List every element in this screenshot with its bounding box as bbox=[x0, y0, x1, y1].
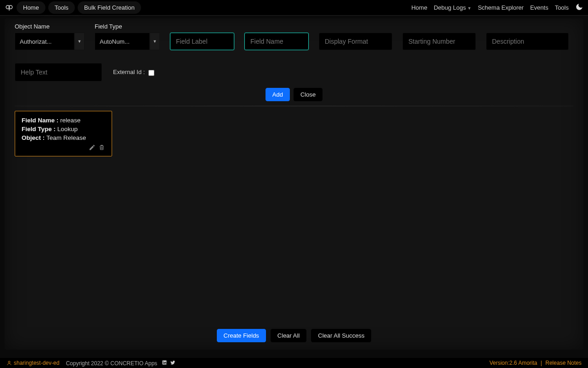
external-id-label: External Id : bbox=[113, 69, 145, 75]
field-name-input[interactable] bbox=[244, 33, 309, 50]
field-type-select[interactable]: AutoNum... ▼ bbox=[95, 33, 160, 50]
edit-icon[interactable] bbox=[89, 144, 96, 152]
breadcrumb-tools[interactable]: Tools bbox=[48, 1, 75, 14]
starting-number-input[interactable] bbox=[402, 33, 476, 50]
form-row-2: External Id : bbox=[15, 63, 573, 81]
card-field-type-label: Field Type : bbox=[22, 126, 57, 132]
description-input[interactable] bbox=[486, 33, 569, 50]
footer-left: sharingtest-dev-ed Copyright 2022 © CONC… bbox=[6, 360, 175, 367]
org-name: sharingtest-dev-ed bbox=[14, 360, 59, 366]
card-actions bbox=[22, 144, 105, 152]
form-row-1: Object Name Authorizat... ▼ Field Type A… bbox=[15, 23, 573, 50]
object-name-select[interactable]: Authorizat... ▼ bbox=[15, 33, 85, 50]
create-fields-button[interactable]: Create Fields bbox=[217, 329, 266, 342]
nav-tools[interactable]: Tools bbox=[555, 4, 569, 11]
display-format-input[interactable] bbox=[319, 33, 392, 50]
card-object-label: Object : bbox=[22, 134, 46, 141]
copyright-text: Copyright 2022 © CONCRETIO Apps bbox=[66, 360, 157, 367]
card-field-type-value: Lookup bbox=[57, 126, 78, 132]
field-type-group: Field Type AutoNum... ▼ bbox=[95, 23, 160, 50]
object-name-label: Object Name bbox=[15, 23, 85, 30]
card-field-name-label: Field Name : bbox=[22, 117, 60, 124]
svg-rect-4 bbox=[163, 362, 164, 364]
top-nav: Home Debug Logs▼ Schema Explorer Events … bbox=[411, 3, 583, 13]
close-button[interactable]: Close bbox=[294, 88, 322, 101]
chevron-down-icon[interactable]: ▼ bbox=[150, 33, 160, 50]
card-object-value: Team Release bbox=[46, 134, 86, 141]
nav-debug-logs[interactable]: Debug Logs▼ bbox=[434, 4, 471, 11]
top-bar: Home Tools Bulk Field Creation Home Debu… bbox=[0, 0, 588, 16]
card-field-type: Field Type : Lookup bbox=[22, 126, 105, 132]
linkedin-icon[interactable] bbox=[162, 360, 167, 367]
chevron-down-icon[interactable]: ▼ bbox=[74, 33, 85, 50]
field-card: Field Name : release Field Type : Lookup… bbox=[15, 111, 112, 156]
nav-events[interactable]: Events bbox=[530, 4, 548, 11]
nav-home[interactable]: Home bbox=[411, 4, 427, 11]
main-panel: Object Name Authorizat... ▼ Field Type A… bbox=[5, 18, 583, 350]
cards-area: Field Name : release Field Type : Lookup… bbox=[15, 111, 573, 156]
external-id-group: External Id : bbox=[113, 69, 154, 75]
app-logo-icon[interactable] bbox=[5, 3, 14, 12]
field-label-input[interactable] bbox=[170, 33, 234, 50]
bottom-buttons: Create Fields Clear All Clear All Succes… bbox=[5, 329, 583, 342]
clear-all-success-button[interactable]: Clear All Success bbox=[311, 329, 371, 342]
field-type-label: Field Type bbox=[95, 23, 160, 30]
org-link[interactable]: sharingtest-dev-ed bbox=[6, 360, 59, 366]
social-icons bbox=[162, 360, 175, 367]
divider bbox=[15, 106, 573, 106]
breadcrumb: Home Tools Bulk Field Creation bbox=[5, 1, 141, 14]
card-field-name: Field Name : release bbox=[22, 117, 105, 124]
footer-right: Version:2.6 Amorita | Release Notes bbox=[489, 360, 582, 366]
chevron-down-icon: ▼ bbox=[467, 6, 471, 11]
svg-point-5 bbox=[163, 361, 164, 361]
breadcrumb-home[interactable]: Home bbox=[17, 1, 45, 14]
card-field-name-value: release bbox=[60, 117, 80, 124]
object-name-group: Object Name Authorizat... ▼ bbox=[15, 23, 85, 50]
release-notes-link[interactable]: Release Notes bbox=[545, 360, 582, 366]
mid-buttons: Add Close bbox=[15, 88, 573, 101]
nav-schema-explorer[interactable]: Schema Explorer bbox=[478, 4, 524, 11]
clear-all-button[interactable]: Clear All bbox=[271, 329, 306, 342]
footer: sharingtest-dev-ed Copyright 2022 © CONC… bbox=[0, 358, 588, 368]
field-type-value: AutoNum... bbox=[95, 33, 150, 50]
copyright: Copyright 2022 © CONCRETIO Apps bbox=[66, 360, 175, 367]
add-button[interactable]: Add bbox=[266, 88, 290, 101]
breadcrumb-bulk-field-creation[interactable]: Bulk Field Creation bbox=[78, 1, 141, 14]
version-text: Version:2.6 Amorita bbox=[489, 360, 537, 366]
object-name-value: Authorizat... bbox=[15, 33, 74, 50]
dark-mode-toggle-icon[interactable] bbox=[575, 3, 583, 13]
nav-debug-logs-label: Debug Logs bbox=[434, 4, 466, 11]
card-object: Object : Team Release bbox=[22, 134, 105, 141]
svg-point-2 bbox=[8, 361, 10, 363]
delete-icon[interactable] bbox=[98, 144, 105, 152]
help-text-input[interactable] bbox=[15, 63, 102, 81]
external-id-checkbox[interactable] bbox=[148, 70, 154, 76]
twitter-icon[interactable] bbox=[170, 360, 175, 367]
